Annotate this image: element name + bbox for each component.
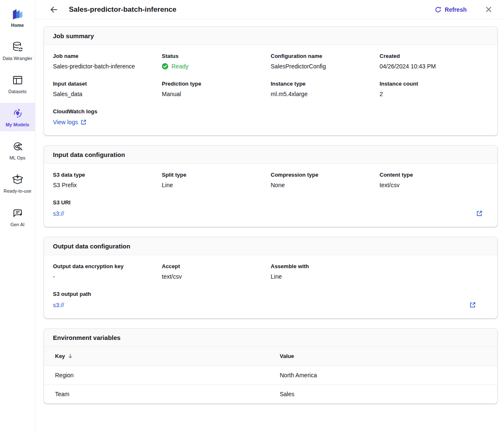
environment-variables-table: Key Value Region North America <box>44 347 497 403</box>
sidebar-item-gen-ai[interactable]: Gen AI <box>0 203 35 231</box>
table-header-row: Key Value <box>44 347 497 366</box>
s3-uri-link[interactable]: s3:// <box>53 210 64 217</box>
job-summary-card: Job summary Job name Sales-predictor-bat… <box>44 26 498 136</box>
env-key-cell: Region <box>44 366 269 384</box>
page-title: Sales-predictor-batch-inference <box>69 5 176 14</box>
field-instance-count: Instance count 2 <box>380 81 488 97</box>
field-empty <box>380 263 488 280</box>
sidebar-item-label: ML Ops <box>9 155 25 160</box>
sidebar-item-label: Ready-to-use <box>3 188 31 193</box>
view-logs-link[interactable]: View logs <box>53 119 87 125</box>
sidebar-item-ready-to-use[interactable]: Ready-to-use <box>0 169 35 198</box>
close-button[interactable] <box>484 5 493 14</box>
ml-ops-icon <box>11 140 24 153</box>
close-icon <box>485 6 492 13</box>
field-split-type: Split type Line <box>162 172 270 188</box>
back-arrow-icon <box>50 5 58 14</box>
sidebar: Home Data Wrangler Datasets <box>0 0 35 431</box>
input-config-title: Input data configuration <box>44 146 497 164</box>
success-check-icon <box>162 63 168 70</box>
ready-to-use-icon <box>11 173 24 186</box>
field-prediction-type: Prediction type Manual <box>162 81 270 97</box>
sidebar-item-datasets[interactable]: Datasets <box>0 70 35 98</box>
open-s3-uri-button[interactable] <box>475 209 483 217</box>
field-assemble-with: Assemble with Line <box>271 263 380 280</box>
environment-variables-card: Environment variables Key Value <box>44 328 498 404</box>
refresh-icon <box>435 6 441 13</box>
environment-variables-title: Environment variables <box>44 329 497 347</box>
sidebar-item-label: Home <box>11 23 24 28</box>
sort-descending-icon <box>68 353 73 359</box>
sidebar-item-label: Datasets <box>8 89 26 94</box>
sidebar-item-ml-ops[interactable]: ML Ops <box>0 136 35 165</box>
column-header-value[interactable]: Value <box>269 347 497 366</box>
env-key-cell: Team <box>44 385 269 403</box>
refresh-button[interactable]: Refresh <box>435 6 467 13</box>
field-instance-type: Instance type ml.m5.4xlarge <box>271 81 380 97</box>
content-area: Job summary Job name Sales-predictor-bat… <box>35 19 504 413</box>
data-wrangler-icon <box>11 41 24 53</box>
output-config-title: Output data configuration <box>44 237 497 255</box>
external-link-icon <box>476 210 483 217</box>
field-created: Created 04/26/2024 10:43 PM <box>380 53 488 70</box>
table-row[interactable]: Team Sales <box>44 385 497 403</box>
field-s3-data-type: S3 data type S3 Prefix <box>53 172 162 188</box>
field-input-dataset: Input dataset Sales_data <box>53 81 162 97</box>
job-summary-title: Job summary <box>44 27 497 45</box>
my-models-icon <box>11 107 24 120</box>
gen-ai-icon <box>11 207 24 219</box>
external-link-icon <box>81 119 87 125</box>
env-value-cell: North America <box>269 366 497 384</box>
env-value-cell: Sales <box>269 385 497 403</box>
sidebar-item-label: Gen AI <box>10 222 25 227</box>
field-cloudwatch-logs: CloudWatch logs View logs <box>53 108 162 126</box>
field-output-encryption-key: Output data encryption key - <box>53 263 162 280</box>
column-header-key[interactable]: Key <box>44 347 269 366</box>
field-configuration-name: Configuration name SalesPredictorConfig <box>271 53 380 70</box>
main-panel: Sales-predictor-batch-inference Refresh … <box>35 0 504 431</box>
field-s3-output-path: S3 output path s3:// <box>53 291 488 309</box>
sidebar-item-label: My Models <box>5 122 29 127</box>
refresh-label: Refresh <box>445 6 467 13</box>
page-header: Sales-predictor-batch-inference Refresh <box>35 0 504 19</box>
field-content-type: Content type text/csv <box>380 172 488 188</box>
open-s3-output-button[interactable] <box>469 301 477 309</box>
canvas-logo-icon <box>11 8 24 20</box>
datasets-icon <box>11 74 24 86</box>
field-s3-uri: S3 URI s3:// <box>53 199 488 217</box>
back-button[interactable] <box>48 4 60 16</box>
table-row[interactable]: Region North America <box>44 366 497 385</box>
sidebar-item-home[interactable]: Home <box>0 3 35 32</box>
field-accept: Accept text/csv <box>162 263 270 280</box>
sidebar-item-data-wrangler[interactable]: Data Wrangler <box>0 37 35 65</box>
external-link-icon <box>470 302 476 308</box>
status-badge: Ready <box>162 63 270 70</box>
sidebar-item-my-models[interactable]: My Models <box>0 103 35 131</box>
field-status: Status Ready <box>162 53 270 70</box>
output-config-card: Output data configuration Output data en… <box>44 237 498 319</box>
field-compression-type: Compression type None <box>271 172 380 188</box>
s3-output-path-link[interactable]: s3:// <box>53 302 64 308</box>
sidebar-item-label: Data Wrangler <box>3 56 32 61</box>
field-job-name: Job name Sales-predictor-batch-inference <box>53 53 162 70</box>
input-config-card: Input data configuration S3 data type S3… <box>44 145 498 227</box>
